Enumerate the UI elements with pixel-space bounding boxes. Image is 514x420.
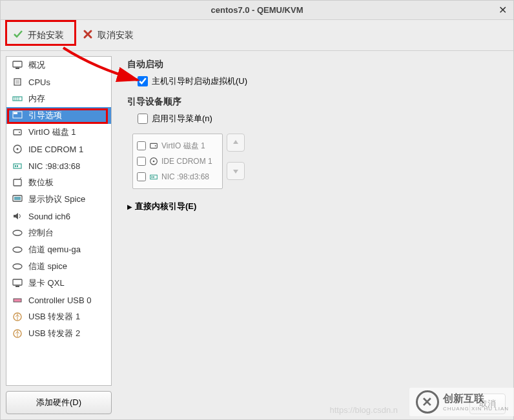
monitor-icon: [12, 59, 23, 71]
svg-rect-34: [151, 176, 152, 178]
svg-rect-10: [14, 130, 21, 135]
svg-rect-24: [13, 279, 22, 285]
sidebar-item-sound[interactable]: Sound ich6: [6, 208, 111, 225]
sidebar-item-nic[interactable]: NIC :98:d3:68: [6, 157, 111, 174]
video-icon: [12, 277, 23, 289]
enable-boot-menu-checkbox[interactable]: [138, 114, 148, 124]
sidebar-item-usb[interactable]: USB 转发器 2: [6, 325, 111, 342]
sidebar-item-label: NIC :98:d3:68: [28, 161, 80, 171]
svg-rect-29: [150, 143, 158, 148]
sidebar-item-label: USB 转发器 2: [28, 328, 80, 339]
sidebar-item-channel[interactable]: 信道 qemu-ga: [6, 241, 111, 258]
sidebar-item-label: 数位板: [28, 177, 54, 188]
enable-boot-menu-label: 启用引导菜单(n): [152, 113, 212, 125]
svg-point-30: [155, 145, 156, 146]
boot-order-title: 引导设备顺序: [127, 96, 503, 108]
sidebar-item-cpu[interactable]: CPUs: [6, 74, 111, 90]
content-pane: 自动启动 主机引导时启动虚拟机(U) 引导设备顺序 启用引导菜单(n) Virt…: [117, 51, 513, 419]
cpu-icon: [12, 76, 23, 88]
autostart-title: 自动启动: [127, 59, 503, 70]
sidebar-item-label: IDE CDROM 1: [28, 145, 83, 154]
begin-install-label: 开始安装: [28, 30, 64, 41]
cdrom-icon: [149, 155, 159, 167]
titlebar: centos7.0 - QEMU/KVM ✕: [1, 1, 513, 20]
sidebar-item-cdrom[interactable]: IDE CDROM 1: [6, 141, 111, 157]
blog-watermark: https://blog.csdn.n: [329, 405, 398, 415]
svg-rect-15: [15, 165, 16, 167]
svg-point-11: [19, 132, 20, 133]
sidebar-item-label: 内存: [28, 93, 45, 105]
sidebar-item-label: 概况: [28, 59, 45, 71]
svg-rect-17: [14, 179, 21, 186]
sound-icon: [12, 210, 23, 222]
sidebar-item-tablet[interactable]: 数位板: [6, 174, 111, 191]
begin-install-button[interactable]: 开始安装: [6, 25, 70, 46]
disk-icon: [149, 140, 159, 152]
svg-rect-16: [17, 165, 18, 167]
svg-rect-25: [15, 286, 19, 287]
svg-rect-3: [15, 80, 19, 84]
cdrom-icon: [12, 143, 23, 155]
sidebar-item-label: Controller USB 0: [28, 295, 92, 305]
boot-device-row[interactable]: NIC :98:d3:68: [136, 169, 220, 185]
boot-device-row[interactable]: IDE CDROM 1: [136, 154, 220, 169]
sidebar-item-memory[interactable]: 内存: [6, 90, 111, 107]
svg-point-21: [13, 230, 22, 235]
close-icon[interactable]: ✕: [499, 4, 507, 16]
direct-kernel-label: 直接内核引导(E): [135, 201, 196, 212]
direct-kernel-boot-expander[interactable]: ▶ 直接内核引导(E): [127, 201, 503, 212]
cancel-icon: [82, 28, 94, 42]
usbctrl-icon: [12, 294, 23, 306]
watermark: ✕ 创新互联 CHUANG XIN HU LIAN: [409, 388, 514, 416]
nic-icon: [12, 160, 23, 172]
watermark-text: 创新互联: [443, 392, 509, 406]
boot-device-checkbox[interactable]: [137, 172, 146, 181]
sidebar-item-label: 信道 qemu-ga: [28, 244, 81, 255]
cancel-install-button[interactable]: 取消安装: [76, 25, 140, 46]
sidebar-item-label: 信道 spice: [28, 261, 67, 272]
boot-device-checkbox[interactable]: [137, 141, 146, 150]
sidebar-item-label: 引导选项: [28, 110, 62, 121]
sidebar-item-console[interactable]: 控制台: [6, 225, 111, 241]
sidebar-item-monitor[interactable]: 概况: [6, 57, 111, 74]
sidebar-item-label: 控制台: [28, 227, 54, 239]
sidebar-item-label: 显示协议 Spice: [28, 194, 85, 205]
svg-point-13: [17, 148, 19, 150]
boot-device-row[interactable]: VirtIO 磁盘 1: [136, 138, 220, 154]
boot-device-checkbox[interactable]: [137, 157, 146, 166]
move-up-button[interactable]: [227, 134, 245, 152]
usb-icon: [12, 328, 23, 339]
autostart-label: 主机引导时启动虚拟机(U): [152, 75, 247, 87]
sidebar-item-disk[interactable]: VirtIO 磁盘 1: [6, 124, 111, 141]
sidebar-item-display[interactable]: 显示协议 Spice: [6, 191, 111, 208]
memory-icon: [12, 93, 23, 105]
usb-icon: [12, 311, 23, 323]
sidebar-item-channel[interactable]: 信道 spice: [6, 258, 111, 275]
move-down-button[interactable]: [227, 162, 245, 180]
boot-device-label: NIC :98:d3:68: [161, 172, 209, 181]
disk-icon: [12, 126, 23, 138]
svg-rect-9: [14, 112, 17, 114]
add-hardware-button[interactable]: 添加硬件(D): [6, 391, 112, 414]
check-icon: [12, 28, 24, 42]
boot-device-label: VirtIO 磁盘 1: [161, 141, 205, 152]
svg-rect-4: [13, 97, 22, 101]
autostart-checkbox[interactable]: [138, 76, 148, 86]
svg-rect-20: [14, 197, 21, 200]
svg-point-32: [153, 161, 155, 163]
sidebar-item-usbctrl[interactable]: Controller USB 0: [6, 292, 111, 308]
sidebar-item-video[interactable]: 显卡 QXL: [6, 275, 111, 292]
watermark-sub: CHUANG XIN HU LIAN: [443, 406, 509, 412]
svg-rect-26: [14, 299, 21, 302]
svg-point-22: [13, 247, 22, 252]
sidebar-item-usb[interactable]: USB 转发器 1: [6, 308, 111, 325]
sidebar-item-label: CPUs: [28, 77, 50, 87]
boot-device-list[interactable]: VirtIO 磁盘 1IDE CDROM 1NIC :98:d3:68: [132, 134, 223, 189]
boot-device-label: IDE CDROM 1: [161, 157, 212, 166]
svg-rect-0: [13, 61, 22, 67]
sidebar-item-label: Sound ich6: [28, 212, 70, 221]
sidebar-item-boot[interactable]: 引导选项: [6, 107, 111, 124]
sidebar-list[interactable]: 概况CPUs内存引导选项VirtIO 磁盘 1IDE CDROM 1NIC :9…: [6, 56, 112, 386]
nic-icon: [149, 171, 159, 183]
svg-point-23: [13, 264, 22, 269]
